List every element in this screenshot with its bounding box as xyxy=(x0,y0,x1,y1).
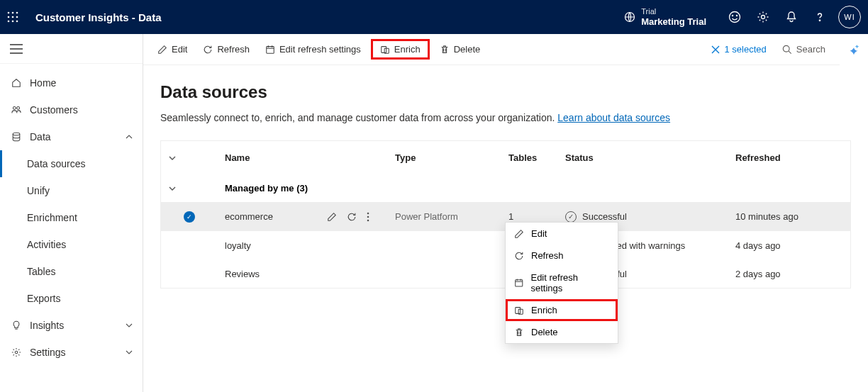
edit-row-icon[interactable] xyxy=(327,212,337,222)
row-refreshed: 10 minutes ago xyxy=(728,202,850,231)
svg-point-24 xyxy=(367,215,369,218)
svg-point-14 xyxy=(819,20,820,21)
edit-button[interactable]: Edit xyxy=(152,41,193,57)
svg-point-0 xyxy=(8,12,10,14)
avatar[interactable]: WI xyxy=(838,6,861,28)
column-name[interactable]: Name xyxy=(218,141,388,174)
delete-button[interactable]: Delete xyxy=(434,41,486,57)
search-label: Search xyxy=(796,44,825,55)
svg-point-17 xyxy=(13,133,20,135)
group-label: Managed by me (3) xyxy=(218,174,850,202)
svg-point-6 xyxy=(8,21,10,23)
learn-link[interactable]: Learn about data sources xyxy=(557,112,670,123)
row-checkbox[interactable] xyxy=(161,259,218,288)
svg-point-3 xyxy=(8,16,10,18)
sidebar-item-tables[interactable]: Tables xyxy=(0,258,143,285)
environment-picker[interactable]: Trial Marketing Trial xyxy=(624,7,706,28)
sidebar-item-label: Unify xyxy=(27,185,50,196)
globe-icon xyxy=(624,11,635,23)
svg-point-7 xyxy=(12,21,14,23)
svg-rect-26 xyxy=(516,280,523,286)
app-title: Customer Insights - Data xyxy=(35,11,162,23)
sidebar-item-settings[interactable]: Settings xyxy=(0,339,143,366)
row-status: Successful xyxy=(582,211,627,222)
svg-point-8 xyxy=(16,21,18,23)
sidebar-item-label: Settings xyxy=(30,347,66,358)
success-icon: ✓ xyxy=(565,211,577,223)
selected-count: 1 selected xyxy=(725,44,767,55)
svg-point-15 xyxy=(13,106,16,109)
cmd-label: Refresh xyxy=(217,44,250,55)
app-launcher-icon[interactable] xyxy=(7,11,28,23)
group-row[interactable]: Managed by me (3) xyxy=(161,174,850,202)
sidebar-item-customers[interactable]: Customers xyxy=(0,96,143,123)
smile-feedback-icon[interactable] xyxy=(720,0,749,34)
sidebar-item-insights[interactable]: Insights xyxy=(0,312,143,339)
sidebar-item-data[interactable]: Data xyxy=(0,123,143,150)
enrich-button[interactable]: Enrich xyxy=(371,39,430,60)
refresh-button[interactable]: Refresh xyxy=(197,41,255,57)
global-header: Customer Insights - Data Trial Marketing… xyxy=(0,0,868,34)
sidebar-item-label: Data xyxy=(30,131,51,142)
svg-point-23 xyxy=(367,212,369,214)
column-type[interactable]: Type xyxy=(388,141,501,174)
sidebar-item-activities[interactable]: Activities xyxy=(0,231,143,258)
search-button[interactable]: Search xyxy=(777,41,831,57)
sidebar-item-enrichment[interactable]: Enrichment xyxy=(0,204,143,231)
column-status[interactable]: Status xyxy=(558,141,728,174)
copilot-icon[interactable] xyxy=(840,34,868,65)
menu-label: Delete xyxy=(531,327,558,337)
edit-refresh-settings-button[interactable]: Edit refresh settings xyxy=(260,41,367,57)
cmd-label: Edit xyxy=(172,44,187,55)
svg-point-16 xyxy=(17,106,20,109)
svg-point-11 xyxy=(732,15,733,16)
row-checkbox[interactable]: ✓ xyxy=(161,202,218,231)
context-refresh[interactable]: Refresh xyxy=(506,245,618,267)
more-row-icon[interactable] xyxy=(367,212,369,222)
svg-point-4 xyxy=(12,16,14,18)
page-title: Data sources xyxy=(160,82,851,102)
help-icon[interactable] xyxy=(806,0,834,34)
chevron-down-icon xyxy=(126,323,133,327)
env-label: Trial xyxy=(641,7,706,16)
sidebar-item-unify[interactable]: Unify xyxy=(0,177,143,204)
context-edit-refresh-settings[interactable]: Edit refresh settings xyxy=(506,267,618,299)
svg-point-5 xyxy=(16,16,18,18)
env-name: Marketing Trial xyxy=(641,16,706,28)
sidebar-item-exports[interactable]: Exports xyxy=(0,285,143,312)
menu-label: Refresh xyxy=(531,250,564,261)
svg-point-13 xyxy=(762,16,765,19)
column-expand[interactable] xyxy=(161,141,218,174)
row-type: Power Platform xyxy=(388,202,501,231)
checkmark-icon: ✓ xyxy=(184,211,195,223)
gear-icon xyxy=(10,347,23,357)
row-name: Reviews xyxy=(225,269,260,279)
hamburger-icon[interactable] xyxy=(0,34,143,64)
sidebar-item-data-sources[interactable]: Data sources xyxy=(0,150,143,177)
context-edit[interactable]: Edit xyxy=(506,223,618,245)
data-icon xyxy=(10,132,23,142)
menu-label: Enrich xyxy=(531,305,557,315)
menu-label: Edit refresh settings xyxy=(530,272,609,293)
row-type xyxy=(388,259,501,288)
context-delete[interactable]: Delete xyxy=(506,321,618,343)
gear-icon[interactable] xyxy=(749,0,777,34)
refresh-row-icon[interactable] xyxy=(347,212,357,222)
svg-rect-19 xyxy=(267,46,274,53)
svg-rect-20 xyxy=(382,46,386,52)
sidebar-item-label: Activities xyxy=(27,239,66,250)
row-refreshed: 4 days ago xyxy=(728,231,850,259)
column-refreshed[interactable]: Refreshed xyxy=(728,141,850,174)
main-content: Edit Refresh Edit refresh settings Enric… xyxy=(143,34,868,392)
row-checkbox[interactable] xyxy=(161,231,218,259)
sidebar-item-label: Insights xyxy=(30,320,64,331)
clear-selection-button[interactable]: 1 selected xyxy=(705,41,772,57)
context-enrich[interactable]: Enrich xyxy=(506,299,618,321)
column-tables[interactable]: Tables xyxy=(501,141,558,174)
svg-point-22 xyxy=(783,45,789,52)
chevron-down-icon xyxy=(126,350,133,354)
sidebar: Home Customers Data Data sources Unify E… xyxy=(0,34,143,392)
sidebar-item-home[interactable]: Home xyxy=(0,69,143,96)
bell-icon[interactable] xyxy=(777,0,806,34)
svg-rect-27 xyxy=(516,307,521,313)
